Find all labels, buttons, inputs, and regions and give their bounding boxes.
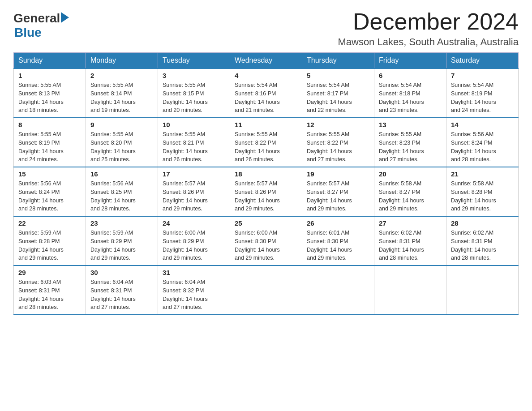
- day-number: 20: [379, 170, 442, 178]
- title-section: December 2024 Mawson Lakes, South Austra…: [338, 9, 519, 48]
- page-header: General Blue December 2024 Mawson Lakes,…: [13, 9, 519, 48]
- day-info: Sunrise: 5:55 AMSunset: 8:13 PMDaylight:…: [18, 81, 81, 115]
- calendar-cell: 27Sunrise: 6:02 AMSunset: 8:31 PMDayligh…: [374, 216, 446, 265]
- day-info: Sunrise: 6:02 AMSunset: 8:31 PMDaylight:…: [451, 229, 514, 262]
- day-number: 4: [235, 72, 297, 79]
- calendar-week-row: 1Sunrise: 5:55 AMSunset: 8:13 PMDaylight…: [14, 68, 519, 118]
- calendar-cell: 31Sunrise: 6:04 AMSunset: 8:32 PMDayligh…: [158, 265, 230, 315]
- calendar-cell: 26Sunrise: 6:01 AMSunset: 8:30 PMDayligh…: [302, 216, 374, 265]
- calendar-cell: 4Sunrise: 5:54 AMSunset: 8:16 PMDaylight…: [230, 68, 302, 118]
- calendar-cell: 1Sunrise: 5:55 AMSunset: 8:13 PMDaylight…: [14, 68, 86, 118]
- calendar-cell: 7Sunrise: 5:54 AMSunset: 8:19 PMDaylight…: [446, 68, 519, 118]
- day-number: 10: [163, 121, 225, 128]
- day-info: Sunrise: 6:00 AMSunset: 8:30 PMDaylight:…: [235, 229, 297, 262]
- day-number: 21: [451, 170, 514, 178]
- day-info: Sunrise: 5:55 AMSunset: 8:22 PMDaylight:…: [235, 130, 297, 164]
- month-title: December 2024: [338, 9, 519, 34]
- day-info: Sunrise: 5:55 AMSunset: 8:23 PMDaylight:…: [379, 130, 442, 164]
- day-number: 26: [307, 219, 369, 227]
- day-number: 29: [18, 269, 81, 276]
- calendar-cell: 3Sunrise: 5:55 AMSunset: 8:15 PMDaylight…: [158, 68, 230, 118]
- day-number: 19: [307, 170, 369, 178]
- day-number: 22: [18, 219, 81, 227]
- day-info: Sunrise: 5:55 AMSunset: 8:20 PMDaylight:…: [90, 130, 153, 164]
- day-info: Sunrise: 5:55 AMSunset: 8:22 PMDaylight:…: [307, 130, 369, 164]
- calendar-cell: 29Sunrise: 6:03 AMSunset: 8:31 PMDayligh…: [14, 265, 86, 315]
- weekday-header-tuesday: Tuesday: [158, 53, 230, 69]
- day-number: 28: [451, 219, 514, 227]
- day-info: Sunrise: 5:55 AMSunset: 8:19 PMDaylight:…: [18, 130, 81, 164]
- calendar-cell: 16Sunrise: 5:56 AMSunset: 8:25 PMDayligh…: [86, 167, 158, 216]
- day-number: 18: [235, 170, 297, 178]
- calendar-cell: 14Sunrise: 5:56 AMSunset: 8:24 PMDayligh…: [446, 118, 519, 167]
- day-info: Sunrise: 5:56 AMSunset: 8:24 PMDaylight:…: [451, 130, 514, 164]
- day-number: 31: [163, 269, 225, 276]
- calendar-cell: 28Sunrise: 6:02 AMSunset: 8:31 PMDayligh…: [446, 216, 519, 265]
- day-info: Sunrise: 6:02 AMSunset: 8:31 PMDaylight:…: [379, 229, 442, 262]
- logo-general-text: General: [13, 11, 60, 26]
- calendar-cell: 17Sunrise: 5:57 AMSunset: 8:26 PMDayligh…: [158, 167, 230, 216]
- day-info: Sunrise: 5:55 AMSunset: 8:15 PMDaylight:…: [163, 81, 225, 115]
- day-number: 24: [163, 219, 225, 227]
- calendar-cell: [374, 265, 446, 315]
- weekday-header-monday: Monday: [86, 53, 158, 69]
- day-number: 9: [90, 121, 153, 128]
- day-number: 5: [307, 72, 369, 79]
- day-number: 14: [451, 121, 514, 128]
- day-info: Sunrise: 6:00 AMSunset: 8:29 PMDaylight:…: [163, 229, 225, 262]
- day-number: 12: [307, 121, 369, 128]
- calendar-cell: 23Sunrise: 5:59 AMSunset: 8:29 PMDayligh…: [86, 216, 158, 265]
- calendar-cell: 25Sunrise: 6:00 AMSunset: 8:30 PMDayligh…: [230, 216, 302, 265]
- day-info: Sunrise: 5:58 AMSunset: 8:27 PMDaylight:…: [379, 180, 442, 213]
- calendar-cell: 8Sunrise: 5:55 AMSunset: 8:19 PMDaylight…: [14, 118, 86, 167]
- day-info: Sunrise: 6:04 AMSunset: 8:32 PMDaylight:…: [163, 278, 225, 312]
- day-number: 8: [18, 121, 81, 128]
- logo-arrow-icon: [61, 12, 69, 23]
- day-info: Sunrise: 5:54 AMSunset: 8:17 PMDaylight:…: [307, 81, 369, 115]
- calendar-week-row: 29Sunrise: 6:03 AMSunset: 8:31 PMDayligh…: [14, 265, 519, 315]
- day-info: Sunrise: 5:57 AMSunset: 8:27 PMDaylight:…: [307, 180, 369, 213]
- day-number: 6: [379, 72, 442, 79]
- day-number: 1: [18, 72, 81, 79]
- day-number: 15: [18, 170, 81, 178]
- day-info: Sunrise: 5:56 AMSunset: 8:24 PMDaylight:…: [18, 180, 81, 213]
- calendar-cell: 21Sunrise: 5:58 AMSunset: 8:28 PMDayligh…: [446, 167, 519, 216]
- calendar-cell: 30Sunrise: 6:04 AMSunset: 8:31 PMDayligh…: [86, 265, 158, 315]
- day-number: 23: [90, 219, 153, 227]
- weekday-header-wednesday: Wednesday: [230, 53, 302, 69]
- day-info: Sunrise: 5:54 AMSunset: 8:18 PMDaylight:…: [379, 81, 442, 115]
- calendar-cell: 11Sunrise: 5:55 AMSunset: 8:22 PMDayligh…: [230, 118, 302, 167]
- day-info: Sunrise: 6:01 AMSunset: 8:30 PMDaylight:…: [307, 229, 369, 262]
- calendar-cell: 5Sunrise: 5:54 AMSunset: 8:17 PMDaylight…: [302, 68, 374, 118]
- day-info: Sunrise: 5:59 AMSunset: 8:29 PMDaylight:…: [90, 229, 153, 262]
- calendar-cell: 24Sunrise: 6:00 AMSunset: 8:29 PMDayligh…: [158, 216, 230, 265]
- day-number: 13: [379, 121, 442, 128]
- calendar-cell: 20Sunrise: 5:58 AMSunset: 8:27 PMDayligh…: [374, 167, 446, 216]
- calendar-cell: 2Sunrise: 5:55 AMSunset: 8:14 PMDaylight…: [86, 68, 158, 118]
- weekday-header-friday: Friday: [374, 53, 446, 69]
- weekday-header-sunday: Sunday: [14, 53, 86, 69]
- weekday-header-thursday: Thursday: [302, 53, 374, 69]
- calendar-cell: 22Sunrise: 5:59 AMSunset: 8:28 PMDayligh…: [14, 216, 86, 265]
- day-info: Sunrise: 6:03 AMSunset: 8:31 PMDaylight:…: [18, 278, 81, 312]
- day-info: Sunrise: 6:04 AMSunset: 8:31 PMDaylight:…: [90, 278, 153, 312]
- calendar-cell: 15Sunrise: 5:56 AMSunset: 8:24 PMDayligh…: [14, 167, 86, 216]
- day-number: 2: [90, 72, 153, 79]
- calendar-cell: 12Sunrise: 5:55 AMSunset: 8:22 PMDayligh…: [302, 118, 374, 167]
- day-number: 7: [451, 72, 514, 79]
- day-info: Sunrise: 5:54 AMSunset: 8:19 PMDaylight:…: [451, 81, 514, 115]
- day-info: Sunrise: 5:54 AMSunset: 8:16 PMDaylight:…: [235, 81, 297, 115]
- weekday-header-saturday: Saturday: [446, 53, 519, 69]
- day-info: Sunrise: 5:57 AMSunset: 8:26 PMDaylight:…: [163, 180, 225, 213]
- day-info: Sunrise: 5:55 AMSunset: 8:14 PMDaylight:…: [90, 81, 153, 115]
- calendar-cell: [230, 265, 302, 315]
- calendar-cell: 19Sunrise: 5:57 AMSunset: 8:27 PMDayligh…: [302, 167, 374, 216]
- calendar-cell: [302, 265, 374, 315]
- calendar-cell: [446, 265, 519, 315]
- calendar-week-row: 22Sunrise: 5:59 AMSunset: 8:28 PMDayligh…: [14, 216, 519, 265]
- day-number: 27: [379, 219, 442, 227]
- day-number: 25: [235, 219, 297, 227]
- day-info: Sunrise: 5:57 AMSunset: 8:26 PMDaylight:…: [235, 180, 297, 213]
- day-info: Sunrise: 5:59 AMSunset: 8:28 PMDaylight:…: [18, 229, 81, 262]
- day-number: 17: [163, 170, 225, 178]
